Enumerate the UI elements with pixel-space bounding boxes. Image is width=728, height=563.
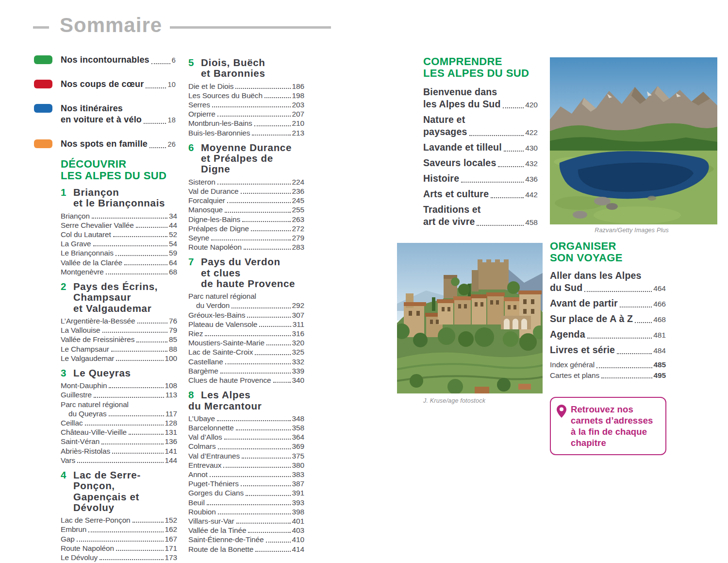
toc-entry-label: Val d’Allos <box>188 432 222 442</box>
dotted-leader <box>244 249 291 250</box>
dotted-leader <box>212 106 291 107</box>
dotted-leader <box>106 273 167 274</box>
toc-entry-page: 131 <box>165 427 177 437</box>
legend-label-line: Nos incontournables <box>61 54 149 66</box>
toc-entry-row: Montbrun-les-Bains210 <box>188 119 304 128</box>
chapter-title-line: Champsaur <box>73 292 177 303</box>
dotted-leader <box>111 351 167 352</box>
dotted-leader <box>242 458 291 459</box>
toc-entry-label: Roubion <box>188 507 216 516</box>
dotted-leader <box>210 476 291 477</box>
toc-entry-page: 272 <box>292 224 304 233</box>
toc-entry-row: Le Dévoluy173 <box>61 553 177 562</box>
toc-entry-row: Puget-Théniers387 <box>188 479 304 488</box>
chapter-title-line: et clues <box>201 268 304 278</box>
toc-entry-label: Briançon <box>61 211 90 221</box>
dotted-leader <box>124 264 167 265</box>
toc-section-entry: Nature etpaysages422 <box>423 114 538 138</box>
toc-entry-page: 391 <box>292 488 304 497</box>
chapter-title-line: Moyenne Durance <box>201 142 304 153</box>
toc-entry-page: 207 <box>292 109 304 119</box>
dotted-leader <box>116 255 167 256</box>
toc-entry-page: 393 <box>292 498 304 507</box>
toc-entry-row: Route Napoléon283 <box>188 242 304 252</box>
chapter-title: Briançonet le Briançonnais <box>73 187 177 209</box>
toc-entry-label: Abriès-Ristolas <box>61 446 110 456</box>
toc-entry-page: 348 <box>292 414 304 423</box>
toc-entry-label: Digne-les-Bains <box>188 215 240 224</box>
toc-entry-page: 255 <box>292 205 304 214</box>
toc-section-entry: Lavande et tilleul430 <box>423 141 538 154</box>
location-pin-icon <box>557 405 566 418</box>
heading-line: LES ALPES DU SUD <box>61 170 177 182</box>
chapter-4: 4Lac de Serre-Ponçon,Gapençais et Dévolu… <box>61 470 177 563</box>
dotted-leader <box>217 420 291 421</box>
toc-entry-label: Villars-sur-Var <box>188 516 234 526</box>
toc-entry-page: 117 <box>165 409 177 418</box>
dotted-leader <box>273 382 291 383</box>
entry-page: 458 <box>525 216 538 228</box>
section-heading-comprendre: COMPRENDRELES ALPES DU SUD <box>423 56 538 79</box>
toc-entry-page: 136 <box>165 437 177 446</box>
dotted-leader <box>136 341 167 342</box>
dotted-leader <box>236 429 291 430</box>
chapter-title: Le Queyras <box>73 368 177 378</box>
dotted-leader <box>251 230 291 231</box>
legend-label: Nos itinérairesen voiture et à vélo18 <box>61 103 176 126</box>
chapter-title-line: du Mercantour <box>188 401 304 411</box>
chapter-title-line: Briançon <box>73 187 177 198</box>
toc-entry-row: Château-Ville-Vieille131 <box>61 427 177 437</box>
toc-entry-page: 128 <box>165 418 177 427</box>
chapter-number: 7 <box>188 256 194 267</box>
toc-entry-row: Barcelonnette358 <box>188 423 304 432</box>
legend-item-spots-en-famille: Nos spots en famille26 <box>34 138 176 150</box>
toc-entry-row: Moustiers-Sainte-Marie320 <box>188 338 304 347</box>
toc-entry-label: Préalpes de Digne <box>188 224 249 233</box>
dotted-leader <box>94 397 164 398</box>
dotted-leader <box>144 123 166 124</box>
legend-page: 6 <box>172 55 176 66</box>
chapter-title: Les Alpesdu Mercantour <box>201 390 304 411</box>
entry-page: 430 <box>525 142 538 154</box>
toc-entry-label: Saint-Étienne-de-Tinée <box>188 535 264 544</box>
toc-entry-label: Parc naturel régional <box>61 400 177 409</box>
dotted-leader <box>461 182 524 183</box>
toc-entry-row: Die et le Diois186 <box>188 82 304 91</box>
dotted-leader <box>151 63 170 64</box>
dotted-leader <box>491 197 524 198</box>
toc-entry-row: Gorges du Cians391 <box>188 488 304 497</box>
dotted-leader <box>92 218 167 219</box>
toc-entry-label: Beuil <box>188 498 205 507</box>
toc-entry-label: Col du Lautaret <box>61 230 111 239</box>
legend-label-line: Nos itinéraires <box>61 103 176 114</box>
toc-entry-label: Parc naturel régional <box>188 291 304 301</box>
toc-entry-row: Sisteron224 <box>188 177 304 187</box>
entry-page: 481 <box>653 329 666 341</box>
legend-label-line: Nos coups de cœur <box>61 79 144 90</box>
toc-entry-row: Clues de haute Provence340 <box>188 375 304 385</box>
toc-entry-row: Annot383 <box>188 470 304 479</box>
toc-entry-page: 245 <box>292 196 304 205</box>
toc-entry-label: Serre Chevalier Vallée <box>61 221 134 230</box>
toc-section-entry: Saveurs locales432 <box>423 157 538 170</box>
toc-section-entry: Sur place de A à Z468 <box>550 313 666 325</box>
toc-entry-page: 279 <box>292 233 304 242</box>
organiser-entries: Aller dans les Alpesdu Sud464Avant de pa… <box>550 270 666 357</box>
toc-entry-label: Seyne <box>188 233 209 242</box>
dotted-leader <box>225 363 291 364</box>
toc-entry-page: 410 <box>292 535 304 544</box>
toc-entry-row: L’Argentière-la-Bessée76 <box>61 316 177 325</box>
toc-entry-row: Val de Durance236 <box>188 187 304 196</box>
toc-entry-row: Roubion398 <box>188 507 304 516</box>
toc-entry-page: 54 <box>169 239 177 248</box>
village-photo <box>397 243 543 393</box>
chapter-2: 2Pays des Écrins,Champsauret Valgaudemar… <box>61 281 177 363</box>
dotted-leader <box>236 523 291 524</box>
toc-section-entry: Arts et culture442 <box>423 188 538 201</box>
toc-entry-page: 76 <box>169 316 177 325</box>
entry-label-line: Aller dans les Alpes <box>550 270 666 282</box>
toc-entry-page: 144 <box>165 456 177 465</box>
toc-entry-page: 85 <box>169 335 177 344</box>
toc-entry-row: Digne-les-Bains263 <box>188 215 304 224</box>
chapter-title: Lac de Serre-Ponçon,Gapençais et Dévoluy <box>73 470 177 513</box>
